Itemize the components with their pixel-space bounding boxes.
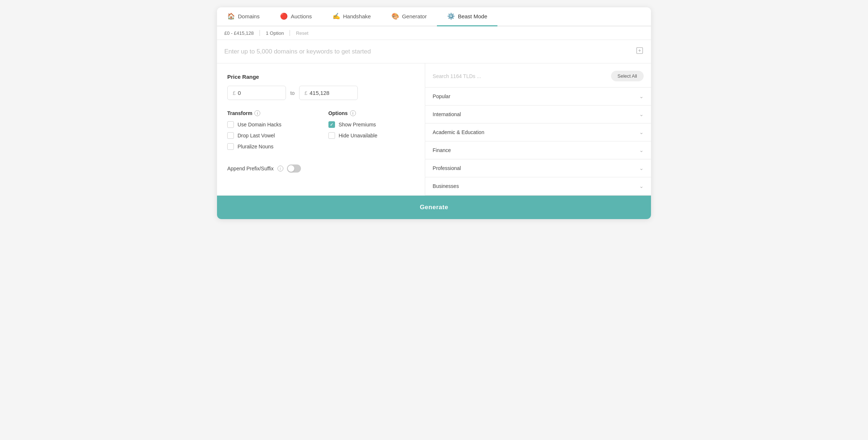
domains-icon: 🏠 [227,12,235,20]
auctions-icon: 🔴 [280,12,288,20]
search-area [217,40,651,63]
append-info-icon[interactable]: i [277,166,283,171]
hide-unavailable-row[interactable]: Hide Unavailable [328,132,415,139]
price-max-input[interactable] [309,90,352,96]
price-range-label: £0 - £415,128 [224,30,254,36]
price-min-input-wrapper: £ [227,86,286,100]
main-content: Price Range £ to £ Transform i [217,63,651,196]
show-premiums-row[interactable]: Show Premiums [328,121,415,128]
tld-category-professional: Professional ⌄ [425,159,651,177]
tabs-bar: 🏠 Domains 🔴 Auctions ✍️ Handshake 🎨 Gene… [217,7,651,26]
tab-domains[interactable]: 🏠 Domains [217,7,270,26]
drop-last-vowel-checkbox[interactable] [227,132,234,139]
tld-category-popular-header[interactable]: Popular ⌄ [425,88,651,105]
chevron-finance-icon: ⌄ [639,147,644,153]
append-row: Append Prefix/Suffix i [227,164,415,173]
tab-generator[interactable]: 🎨 Generator [381,7,437,26]
app-container: 🏠 Domains 🔴 Auctions ✍️ Handshake 🎨 Gene… [217,7,651,219]
chevron-professional-icon: ⌄ [639,165,644,171]
tld-category-academic: Academic & Education ⌄ [425,123,651,141]
generate-button[interactable]: Generate [217,196,651,219]
price-to-label: to [290,90,295,96]
generator-icon: 🎨 [391,12,399,20]
transform-info-icon[interactable]: i [254,110,260,116]
tab-handshake[interactable]: ✍️ Handshake [322,7,381,26]
select-all-button[interactable]: Select All [611,71,644,81]
hide-unavailable-checkbox[interactable] [328,132,335,139]
chevron-international-icon: ⌄ [639,111,644,117]
options-col: Options i Show Premiums Hide Unavailable [328,110,415,154]
filter-bar: £0 - £415,128 1 Option Reset [217,26,651,40]
tld-category-businesses-header[interactable]: Businesses ⌄ [425,177,651,195]
options-row: Transform i Use Domain Hacks Drop Last V… [227,110,415,154]
use-domain-hacks-checkbox[interactable] [227,121,234,128]
options-title: Options i [328,110,415,116]
show-premiums-checkbox[interactable] [328,121,335,128]
tld-category-popular: Popular ⌄ [425,88,651,106]
tld-search-input[interactable] [433,73,606,79]
tab-auctions[interactable]: 🔴 Auctions [270,7,322,26]
price-range-title: Price Range [227,74,415,80]
upload-icon[interactable] [636,47,644,56]
tld-category-international-header[interactable]: International ⌄ [425,106,651,123]
tab-beast-mode[interactable]: ⚙️ Beast Mode [437,7,497,26]
drop-last-vowel-row[interactable]: Drop Last Vowel [227,132,314,139]
tld-category-international: International ⌄ [425,106,651,123]
filter-divider [260,30,260,36]
price-min-input[interactable] [238,90,280,96]
price-min-symbol: £ [233,90,236,96]
filter-divider-2 [290,30,290,36]
handshake-icon: ✍️ [332,12,340,20]
reset-button[interactable]: Reset [296,30,308,36]
tld-search-bar: Select All [425,63,651,88]
price-max-input-wrapper: £ [299,86,358,100]
pluralize-nouns-row[interactable]: Pluralize Nouns [227,143,314,150]
price-max-symbol: £ [305,90,308,96]
price-range-row: £ to £ [227,86,415,100]
left-panel: Price Range £ to £ Transform i [217,63,425,195]
tld-category-businesses: Businesses ⌄ [425,177,651,195]
options-info-icon[interactable]: i [350,110,356,116]
append-toggle[interactable] [287,164,301,173]
append-label: Append Prefix/Suffix [227,166,274,171]
keyword-search-input[interactable] [224,48,636,55]
tld-category-finance: Finance ⌄ [425,141,651,159]
tld-category-professional-header[interactable]: Professional ⌄ [425,159,651,177]
right-panel: Select All Popular ⌄ International ⌄ Aca… [425,63,651,195]
beast-mode-icon: ⚙️ [447,12,455,20]
transform-col: Transform i Use Domain Hacks Drop Last V… [227,110,314,154]
chevron-businesses-icon: ⌄ [639,183,644,189]
tld-category-academic-header[interactable]: Academic & Education ⌄ [425,123,651,141]
use-domain-hacks-row[interactable]: Use Domain Hacks [227,121,314,128]
chevron-academic-icon: ⌄ [639,129,644,135]
chevron-popular-icon: ⌄ [639,93,644,99]
option-count-label: 1 Option [266,30,284,36]
pluralize-nouns-checkbox[interactable] [227,143,234,150]
tld-category-finance-header[interactable]: Finance ⌄ [425,141,651,159]
transform-title: Transform i [227,110,314,116]
